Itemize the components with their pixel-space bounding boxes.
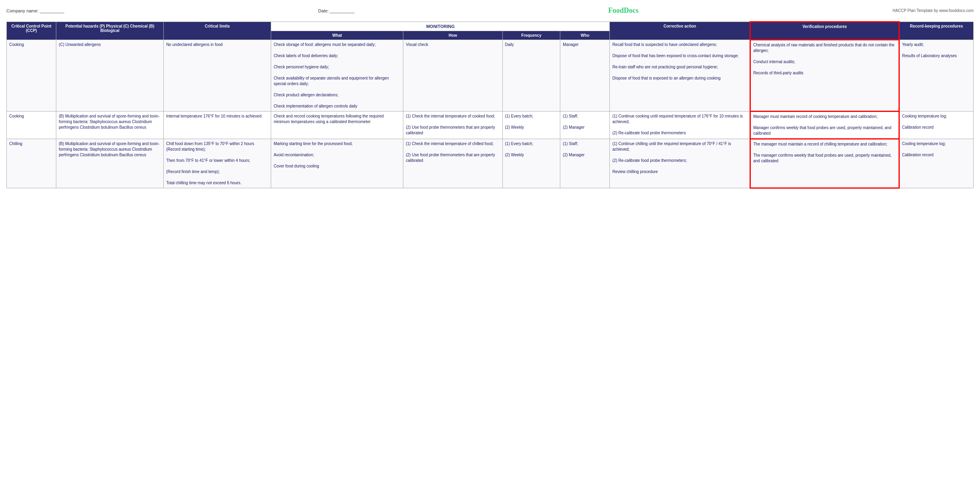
haccp-table: Critical Control Point (CCP) Potential h… bbox=[6, 21, 974, 189]
cell-hazard: (B) Multiplication and survival of spore… bbox=[56, 139, 164, 188]
cell-limits: Internal temperature 176°F for 10 minute… bbox=[164, 112, 271, 139]
cell-what: Check and record cooking temperatures fo… bbox=[271, 112, 403, 139]
col-header-ccp: Critical Control Point (CCP) bbox=[7, 22, 56, 40]
cell-recordkeeping: Cooking temperature log;Calibration reco… bbox=[899, 112, 973, 139]
cell-what: Check storage of food: allergens must be… bbox=[271, 40, 403, 112]
col-header-verification: Verification procedures bbox=[750, 22, 899, 40]
cell-ccp: Chilling bbox=[7, 139, 56, 188]
header-right-text: HACCP Plan Template by www.fooddocs.com bbox=[893, 8, 974, 13]
cell-how: Visual check bbox=[403, 40, 502, 112]
cell-corrective: (1) Continue cooking until required temp… bbox=[610, 112, 750, 139]
col-header-how: How bbox=[403, 31, 502, 40]
cell-hazard: (C) Unwanted allergens bbox=[56, 40, 164, 112]
monitoring-header: MONITORING bbox=[271, 22, 610, 31]
col-header-limits: Critical limits bbox=[164, 22, 271, 40]
cell-frequency: (1) Every batch;(2) Weekly bbox=[502, 112, 560, 139]
cell-recordkeeping: Yearly audit;Results of Laboratory analy… bbox=[899, 40, 973, 112]
cell-corrective: Recall food that is suspected to have un… bbox=[610, 40, 750, 112]
cell-what: Marking starting time for the processed … bbox=[271, 139, 403, 188]
brand-logo: FoodDocs bbox=[608, 6, 639, 15]
cell-recordkeeping: Cooling temperature log;Calibration reco… bbox=[899, 139, 973, 188]
cell-verification: Chemical analysis of raw materials and f… bbox=[750, 40, 899, 112]
col-header-frequency: Frequency bbox=[502, 31, 560, 40]
cell-limits: No undeclared allergens in food bbox=[164, 40, 271, 112]
col-header-corrective: Corrective action bbox=[610, 22, 750, 40]
cell-who: (1) Staff;(2) Manager bbox=[560, 139, 610, 188]
table-row: Chilling(B) Multiplication and survival … bbox=[7, 139, 974, 188]
cell-frequency: (1) Every batch;(2) Weekly bbox=[502, 139, 560, 188]
cell-who: (1) Staff;(2) Manager bbox=[560, 112, 610, 139]
cell-how: (1) Check the internal temperature of ch… bbox=[403, 139, 502, 188]
table-row: Cooking(B) Multiplication and survival o… bbox=[7, 112, 974, 139]
cell-verification: The manager must maintain a record of ch… bbox=[750, 139, 899, 188]
cell-limits: Chill food down from 135°F to 70°F withi… bbox=[164, 139, 271, 188]
cell-hazard: (B) Multiplication and survival of spore… bbox=[56, 112, 164, 139]
cell-corrective: (1) Continue chilling until the required… bbox=[610, 139, 750, 188]
cell-who: Manager bbox=[560, 40, 610, 112]
col-header-hazard: Potential hazards (P) Physical (C) Chemi… bbox=[56, 22, 164, 40]
cell-verification: Manager must maintain record of cooking … bbox=[750, 112, 899, 139]
col-header-who: Who bbox=[560, 31, 610, 40]
col-header-recordkeeping: Record-keeping procedures bbox=[899, 22, 973, 40]
date-label: Date: __________ bbox=[318, 8, 355, 13]
company-label: Company name: __________ bbox=[6, 8, 64, 13]
cell-frequency: Daily bbox=[502, 40, 560, 112]
cell-ccp: Cooking bbox=[7, 40, 56, 112]
page-header: Company name: __________ Date: _________… bbox=[6, 6, 974, 15]
table-row: Cooking(C) Unwanted allergensNo undeclar… bbox=[7, 40, 974, 112]
col-header-what: What bbox=[271, 31, 403, 40]
cell-how: (1) Check the internal temperature of co… bbox=[403, 112, 502, 139]
cell-ccp: Cooking bbox=[7, 112, 56, 139]
